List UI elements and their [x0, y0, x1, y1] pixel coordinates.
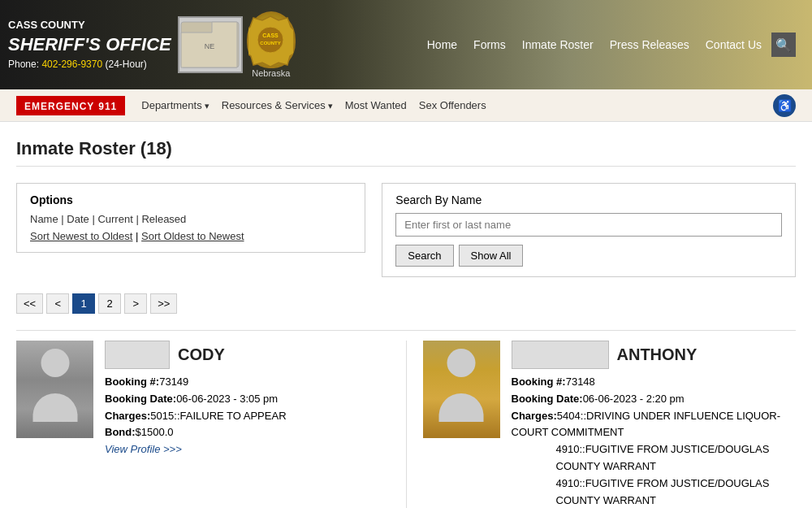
logo-area: CASS COUNTY SHERIFF'S OFFICE Phone: 402-…	[8, 11, 296, 78]
nav-resources-services[interactable]: Resources & Services	[222, 99, 333, 111]
inmate-info-1: Booking #:73149 Booking Date:06-06-2023 …	[105, 374, 390, 458]
emergency-badge: EMERGENCY 911	[16, 96, 125, 115]
view-profile-link-1[interactable]: View Profile >>>	[105, 443, 182, 455]
filter-name[interactable]: Name	[30, 213, 58, 225]
booking-date-2: Booking Date:06-06-2023 - 2:20 pm	[512, 391, 797, 408]
page-first-button[interactable]: <<	[16, 293, 43, 314]
charges-2: Charges:5404::DRIVING UNDER INFLUENCE LI…	[512, 408, 797, 442]
phone-number[interactable]: 402-296-9370	[41, 59, 102, 70]
search-label: Search By Name	[395, 193, 782, 206]
svg-point-4	[257, 27, 283, 53]
nav-contact-us[interactable]: Contact Us	[699, 35, 768, 54]
main-content: Inmate Roster (18) Options Name | Date |…	[0, 122, 812, 508]
secondary-nav: Departments Resources & Services Most Wa…	[141, 99, 486, 111]
page-next-button[interactable]: >	[124, 293, 147, 314]
top-nav: Home Forms Inmate Roster Press Releases …	[421, 33, 804, 57]
photo-placeholder-1	[16, 341, 93, 438]
sort-oldest[interactable]: Sort Oldest to Newest	[141, 230, 244, 242]
search-button[interactable]: Search	[395, 245, 453, 267]
nebraska-map-image: NE	[178, 16, 243, 73]
filter-released[interactable]: Released	[141, 213, 186, 225]
phone-info: Phone: 402-296-9370 (24-Hour)	[8, 58, 171, 72]
inmate-row-1: CODY Booking #:73149 Booking Date:06-06-…	[16, 331, 796, 508]
emergency-label: EMERGENCY	[24, 101, 94, 112]
svg-text:NE: NE	[205, 42, 215, 50]
page-last-button[interactable]: >>	[150, 293, 177, 314]
inmate-photo-1	[16, 341, 93, 438]
nav-sex-offenders[interactable]: Sex Offenders	[419, 99, 486, 111]
badge-svg: CASS COUNTY	[248, 14, 293, 67]
inmate-name-box-1	[105, 341, 170, 369]
inmate-last-name-2: ANTHONY	[617, 345, 698, 364]
nav-forms[interactable]: Forms	[467, 35, 512, 54]
logo-images: NE CASS COUNTY Nebraska	[178, 11, 296, 78]
nav-home[interactable]: Home	[421, 35, 464, 54]
nav-most-wanted[interactable]: Most Wanted	[345, 99, 407, 111]
emergency-911: 911	[98, 101, 117, 112]
options-search-row: Options Name | Date | Current | Released…	[16, 183, 796, 277]
office-name-line1: CASS COUNTY	[8, 18, 171, 33]
svg-text:COUNTY: COUNTY	[261, 41, 281, 46]
inmate-details-1: CODY Booking #:73149 Booking Date:06-06-…	[105, 341, 390, 508]
page-2-button[interactable]: 2	[98, 293, 121, 314]
show-all-button[interactable]: Show All	[459, 245, 524, 267]
inmate-item-2: ANTHONY Booking #:73148 Booking Date:06-…	[406, 341, 797, 508]
page-1-button[interactable]: 1	[72, 293, 95, 314]
options-box: Options Name | Date | Current | Released…	[16, 183, 365, 253]
nav-press-releases[interactable]: Press Releases	[603, 35, 696, 54]
office-name: CASS COUNTY SHERIFF'S OFFICE Phone: 402-…	[8, 18, 171, 72]
phone-extra: (24-Hour)	[105, 59, 146, 70]
header-search-button[interactable]: 🔍	[771, 33, 796, 57]
inmate-name-row-2: ANTHONY	[512, 341, 797, 369]
search-box: Search By Name Search Show All	[382, 183, 796, 277]
page-title: Inmate Roster (18)	[16, 138, 796, 167]
inmate-name-box-2	[512, 341, 609, 369]
inmate-name-row-1: CODY	[105, 341, 390, 369]
pagination: << < 1 2 > >>	[16, 293, 796, 314]
booking-date-1: Booking Date:06-06-2023 - 3:05 pm	[105, 391, 390, 408]
booking-num-2: Booking #:73148	[512, 374, 797, 391]
booking-num-1: Booking #:73149	[105, 374, 390, 391]
nav-departments[interactable]: Departments	[141, 99, 209, 111]
accessibility-button[interactable]: ♿	[773, 94, 796, 117]
header-top: CASS COUNTY SHERIFF'S OFFICE Phone: 402-…	[0, 0, 812, 89]
filter-date[interactable]: Date	[67, 213, 89, 225]
inmate-photo-2	[423, 341, 500, 438]
charges-1: Charges:5015::FAILURE TO APPEAR	[105, 408, 390, 425]
search-buttons: Search Show All	[395, 245, 782, 267]
sheriff-badge: CASS COUNTY	[247, 11, 296, 68]
nav-inmate-roster[interactable]: Inmate Roster	[516, 35, 600, 54]
office-name-line2: SHERIFF'S OFFICE	[8, 33, 171, 58]
svg-text:CASS: CASS	[263, 33, 279, 38]
inmate-item-1: CODY Booking #:73149 Booking Date:06-06-…	[16, 341, 406, 508]
filter-current[interactable]: Current	[97, 213, 132, 225]
map-svg: NE	[179, 20, 240, 69]
options-title: Options	[30, 193, 352, 206]
filter-links: Name | Date | Current | Released	[30, 213, 352, 225]
inmate-list: CODY Booking #:73149 Booking Date:06-06-…	[16, 330, 796, 508]
phone-label: Phone:	[8, 59, 39, 70]
charge-2b: 4910::FUGITIVE FROM JUSTICE/DOUGLAS COUN…	[512, 441, 797, 475]
sort-links: Sort Newest to Oldest | Sort Oldest to N…	[30, 230, 352, 242]
inmate-last-name-1: CODY	[178, 345, 225, 364]
inmate-info-2: Booking #:73148 Booking Date:06-06-2023 …	[512, 374, 797, 508]
photo-placeholder-2	[423, 341, 500, 438]
charge-2c: 4910::FUGITIVE FROM JUSTICE/DOUGLAS COUN…	[512, 475, 797, 508]
inmate-details-2: ANTHONY Booking #:73148 Booking Date:06-…	[512, 341, 797, 508]
bond-1: Bond:$1500.0	[105, 424, 390, 441]
nebraska-label: Nebraska	[252, 68, 290, 78]
view-profile-1: View Profile >>>	[105, 441, 390, 458]
sort-newest[interactable]: Sort Newest to Oldest	[30, 230, 132, 242]
secondary-nav-bar: EMERGENCY 911 Departments Resources & Se…	[0, 89, 812, 122]
page-prev-button[interactable]: <	[46, 293, 69, 314]
search-input[interactable]	[395, 213, 782, 237]
